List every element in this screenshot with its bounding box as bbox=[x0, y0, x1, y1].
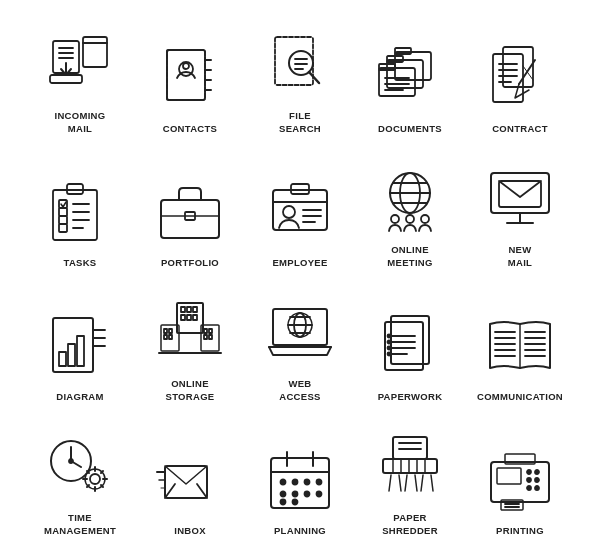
svg-rect-94 bbox=[204, 335, 207, 339]
svg-line-171 bbox=[415, 475, 417, 491]
svg-rect-89 bbox=[164, 335, 167, 339]
incoming-mail-cell: INCOMINGMAIL bbox=[25, 13, 135, 143]
svg-line-39 bbox=[523, 66, 533, 80]
contacts-icon bbox=[150, 37, 230, 117]
svg-point-15 bbox=[183, 63, 189, 69]
time-management-label: TIMEMANAGEMENT bbox=[44, 512, 116, 537]
svg-rect-50 bbox=[161, 200, 219, 238]
svg-rect-41 bbox=[67, 184, 83, 194]
tasks-icon bbox=[40, 171, 120, 251]
svg-rect-80 bbox=[181, 307, 185, 312]
svg-point-150 bbox=[293, 479, 298, 484]
contract-icon bbox=[480, 37, 560, 117]
paperwork-icon bbox=[370, 305, 450, 385]
svg-rect-32 bbox=[503, 47, 533, 87]
online-meeting-label: ONLINEMEETING bbox=[387, 244, 432, 269]
online-meeting-icon bbox=[370, 158, 450, 238]
svg-line-168 bbox=[389, 475, 391, 491]
svg-line-169 bbox=[399, 475, 401, 491]
contacts-cell: CONTACTS bbox=[135, 13, 245, 143]
svg-point-176 bbox=[527, 470, 531, 474]
communication-cell: COMMUNICATION bbox=[465, 281, 575, 411]
svg-point-181 bbox=[535, 486, 539, 490]
svg-rect-159 bbox=[393, 437, 427, 459]
time-management-cell: TIMEMANAGEMENT bbox=[25, 415, 135, 545]
time-management-icon bbox=[40, 426, 120, 506]
svg-rect-49 bbox=[59, 224, 67, 232]
employee-cell: EMPLOYEE bbox=[245, 147, 355, 277]
inbox-cell: INBOX bbox=[135, 415, 245, 545]
svg-point-130 bbox=[90, 474, 100, 484]
svg-rect-0 bbox=[83, 37, 107, 67]
svg-point-110 bbox=[388, 334, 391, 337]
online-storage-cell: ONLINESTORAGE bbox=[135, 281, 245, 411]
svg-point-111 bbox=[388, 340, 391, 343]
svg-rect-88 bbox=[169, 329, 172, 333]
svg-point-56 bbox=[283, 206, 295, 218]
paperwork-cell: PAPERWORK bbox=[355, 281, 465, 411]
planning-cell: PLANNING bbox=[245, 415, 355, 545]
portfolio-cell: PORTFOLIO bbox=[135, 147, 245, 277]
online-meeting-cell: ONLINEMEETING bbox=[355, 147, 465, 277]
incoming-mail-label: INCOMINGMAIL bbox=[55, 110, 106, 135]
file-search-label: FILESEARCH bbox=[279, 110, 321, 135]
svg-point-65 bbox=[391, 215, 399, 223]
portfolio-icon bbox=[150, 171, 230, 251]
svg-point-157 bbox=[281, 499, 286, 504]
communication-label: COMMUNICATION bbox=[477, 391, 563, 403]
svg-rect-48 bbox=[59, 216, 67, 224]
svg-rect-81 bbox=[187, 307, 191, 312]
svg-point-149 bbox=[281, 479, 286, 484]
svg-line-170 bbox=[405, 475, 407, 491]
printing-icon bbox=[480, 439, 560, 519]
icon-grid: INCOMINGMAIL CONTACTS bbox=[15, 3, 585, 555]
svg-line-136 bbox=[101, 485, 103, 487]
tasks-label: TASKS bbox=[64, 257, 97, 269]
svg-rect-175 bbox=[497, 468, 521, 484]
employee-label: EMPLOYEE bbox=[272, 257, 327, 269]
svg-rect-92 bbox=[204, 329, 207, 333]
documents-label: DOCUMENTS bbox=[378, 123, 442, 135]
inbox-label: INBOX bbox=[174, 525, 206, 537]
svg-rect-162 bbox=[383, 459, 437, 473]
svg-rect-47 bbox=[59, 208, 67, 216]
svg-line-19 bbox=[309, 72, 319, 83]
svg-point-67 bbox=[421, 215, 429, 223]
svg-rect-85 bbox=[193, 315, 197, 320]
portfolio-label: PORTFOLIO bbox=[161, 257, 219, 269]
svg-line-173 bbox=[431, 475, 433, 491]
paperwork-label: PAPERWORK bbox=[378, 391, 443, 403]
svg-rect-83 bbox=[181, 315, 185, 320]
file-search-cell: FILESEARCH bbox=[245, 13, 355, 143]
svg-rect-84 bbox=[187, 315, 191, 320]
new-mail-icon bbox=[480, 158, 560, 238]
svg-rect-97 bbox=[273, 309, 327, 345]
documents-cell: DOCUMENTS bbox=[355, 13, 465, 143]
svg-point-153 bbox=[281, 491, 286, 496]
svg-rect-87 bbox=[164, 329, 167, 333]
diagram-label: DIAGRAM bbox=[56, 391, 104, 403]
planning-label: PLANNING bbox=[274, 525, 326, 537]
svg-point-128 bbox=[69, 459, 73, 463]
communication-icon bbox=[480, 305, 560, 385]
web-access-label: WEBACCESS bbox=[279, 378, 320, 403]
new-mail-cell: NEWMAIL bbox=[465, 147, 575, 277]
svg-line-137 bbox=[87, 485, 89, 487]
paper-shredder-icon bbox=[370, 426, 450, 506]
svg-rect-73 bbox=[59, 352, 66, 366]
svg-rect-16 bbox=[167, 50, 205, 100]
file-search-icon bbox=[260, 24, 340, 104]
svg-rect-93 bbox=[209, 329, 212, 333]
svg-rect-75 bbox=[77, 336, 84, 366]
svg-rect-7 bbox=[50, 75, 82, 83]
svg-point-112 bbox=[388, 346, 391, 349]
svg-rect-74 bbox=[68, 344, 75, 366]
svg-point-152 bbox=[317, 479, 322, 484]
planning-icon bbox=[260, 439, 340, 519]
svg-line-172 bbox=[421, 475, 423, 491]
online-storage-icon bbox=[150, 292, 230, 372]
svg-line-135 bbox=[87, 471, 89, 473]
svg-rect-82 bbox=[193, 307, 197, 312]
svg-point-154 bbox=[293, 491, 298, 496]
svg-rect-90 bbox=[169, 335, 172, 339]
